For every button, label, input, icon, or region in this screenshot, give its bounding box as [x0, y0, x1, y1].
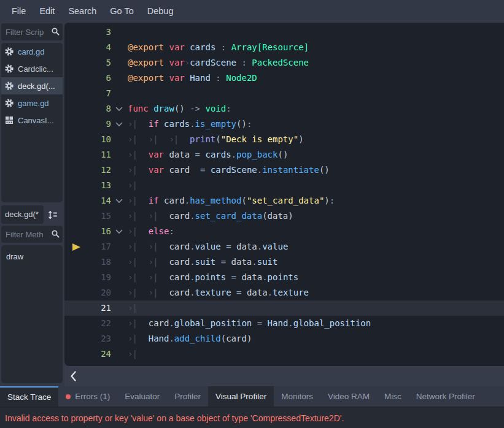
- line-number[interactable]: 24: [87, 346, 111, 362]
- code-line[interactable]: 7: [64, 86, 504, 101]
- sort-methods-button[interactable]: [47, 210, 58, 220]
- tab-network-profiler[interactable]: Network Profiler: [409, 386, 483, 407]
- breakpoint-gutter[interactable]: [64, 331, 87, 346]
- line-number[interactable]: 4: [87, 40, 111, 55]
- line-number[interactable]: 20: [87, 285, 111, 300]
- method-list-item[interactable]: draw: [1, 249, 63, 265]
- fold-gutter[interactable]: [111, 208, 128, 224]
- breakpoint-gutter[interactable]: [64, 132, 87, 147]
- breakpoint-gutter[interactable]: [64, 55, 87, 71]
- line-number[interactable]: 12: [87, 162, 111, 178]
- fold-gutter[interactable]: [111, 224, 128, 239]
- line-number[interactable]: 5: [87, 55, 111, 71]
- chevron-down-icon[interactable]: [115, 199, 123, 204]
- breakpoint-gutter[interactable]: [64, 117, 87, 132]
- menu-item-search[interactable]: Search: [61, 6, 103, 16]
- code-line[interactable]: 19card.points = data.points: [64, 270, 504, 285]
- line-number[interactable]: 8: [87, 101, 111, 117]
- code-line[interactable]: 24: [64, 346, 504, 362]
- breakpoint-gutter[interactable]: [64, 25, 87, 40]
- code-editor[interactable]: 34@export var cards : Array[Resource]5@e…: [64, 23, 504, 366]
- tab-misc[interactable]: Misc: [377, 386, 409, 407]
- fold-gutter[interactable]: [111, 40, 128, 55]
- tab-errors-1-[interactable]: Errors (1): [58, 386, 117, 407]
- script-list-item[interactable]: card.gd: [1, 43, 63, 60]
- line-number[interactable]: 21: [87, 300, 111, 316]
- breakpoint-gutter[interactable]: [64, 316, 87, 331]
- breakpoint-gutter[interactable]: [64, 346, 87, 362]
- breakpoint-gutter[interactable]: [64, 239, 87, 254]
- tab-monitors[interactable]: Monitors: [274, 386, 320, 407]
- code-line[interactable]: 22card.global_position = Hand.global_pos…: [64, 316, 504, 331]
- tab-visual-profiler[interactable]: Visual Profiler: [208, 386, 274, 407]
- code-line[interactable]: 18card.suit = data.suit: [64, 254, 504, 270]
- menu-item-debug[interactable]: Debug: [141, 6, 180, 16]
- line-number[interactable]: 7: [87, 86, 111, 101]
- line-number[interactable]: 11: [87, 147, 111, 162]
- line-number[interactable]: 3: [87, 25, 111, 40]
- line-number[interactable]: 10: [87, 132, 111, 147]
- line-number[interactable]: 19: [87, 270, 111, 285]
- line-number[interactable]: 17: [87, 239, 111, 254]
- line-number[interactable]: 9: [87, 117, 111, 132]
- fold-gutter[interactable]: [111, 147, 128, 162]
- breakpoint-gutter[interactable]: [64, 101, 87, 117]
- fold-gutter[interactable]: [111, 86, 128, 101]
- code-line[interactable]: 17card.value = data.value: [64, 239, 504, 254]
- breakpoint-gutter[interactable]: [64, 208, 87, 224]
- fold-gutter[interactable]: [111, 132, 128, 147]
- fold-gutter[interactable]: [111, 117, 128, 132]
- menu-item-file[interactable]: File: [5, 6, 33, 16]
- tab-video-ram[interactable]: Video RAM: [320, 386, 377, 407]
- breakpoint-gutter[interactable]: [64, 147, 87, 162]
- tab-stack-trace[interactable]: Stack Trace: [0, 386, 58, 407]
- fold-gutter[interactable]: [111, 162, 128, 178]
- script-list-item[interactable]: deck.gd(...: [1, 77, 63, 94]
- script-list-item[interactable]: CanvasI...: [1, 112, 63, 129]
- breakpoint-gutter[interactable]: [64, 285, 87, 300]
- code-line[interactable]: 10print("Deck is empty"): [64, 132, 504, 147]
- breakpoint-gutter[interactable]: [64, 254, 87, 270]
- chevron-down-icon[interactable]: [115, 122, 123, 127]
- breakpoint-gutter[interactable]: [64, 86, 87, 101]
- code-line[interactable]: 16else:: [64, 224, 504, 239]
- code-line[interactable]: 6@export var Hand : Node2D: [64, 71, 504, 86]
- fold-gutter[interactable]: [111, 25, 128, 40]
- chevron-down-icon[interactable]: [115, 229, 123, 234]
- fold-gutter[interactable]: [111, 193, 128, 208]
- breakpoint-gutter[interactable]: [64, 162, 87, 178]
- breakpoint-gutter[interactable]: [64, 300, 87, 316]
- line-number[interactable]: 18: [87, 254, 111, 270]
- fold-gutter[interactable]: [111, 316, 128, 331]
- fold-gutter[interactable]: [111, 71, 128, 86]
- fold-gutter[interactable]: [111, 331, 128, 346]
- code-line[interactable]: 8func draw() -> void:: [64, 101, 504, 117]
- breakpoint-gutter[interactable]: [64, 71, 87, 86]
- script-list-item[interactable]: Cardclic...: [1, 60, 63, 77]
- fold-gutter[interactable]: [111, 239, 128, 254]
- breakpoint-gutter[interactable]: [64, 193, 87, 208]
- menu-item-edit[interactable]: Edit: [33, 6, 61, 16]
- code-line[interactable]: 9if cards.is_empty():: [64, 117, 504, 132]
- code-line[interactable]: 11var data = cards.pop_back(): [64, 147, 504, 162]
- line-number[interactable]: 13: [87, 178, 111, 193]
- fold-gutter[interactable]: [111, 101, 128, 117]
- code-line[interactable]: 21: [64, 300, 504, 316]
- code-line[interactable]: 3: [64, 25, 504, 40]
- fold-gutter[interactable]: [111, 300, 128, 316]
- fold-gutter[interactable]: [111, 285, 128, 300]
- breakpoint-gutter[interactable]: [64, 178, 87, 193]
- fold-gutter[interactable]: [111, 346, 128, 362]
- code-line[interactable]: 20card.texture = data.texture: [64, 285, 504, 300]
- menu-item-go-to[interactable]: Go To: [103, 6, 140, 16]
- breakpoint-gutter[interactable]: [64, 40, 87, 55]
- tab-profiler[interactable]: Profiler: [167, 386, 208, 407]
- code-line[interactable]: 15card.set_card_data(data): [64, 208, 504, 224]
- line-number[interactable]: 6: [87, 71, 111, 86]
- chevron-down-icon[interactable]: [115, 107, 123, 112]
- fold-gutter[interactable]: [111, 270, 128, 285]
- line-number[interactable]: 23: [87, 331, 111, 346]
- line-number[interactable]: 15: [87, 208, 111, 224]
- code-line[interactable]: 12var card = cardScene.instantiate(): [64, 162, 504, 178]
- fold-gutter[interactable]: [111, 55, 128, 71]
